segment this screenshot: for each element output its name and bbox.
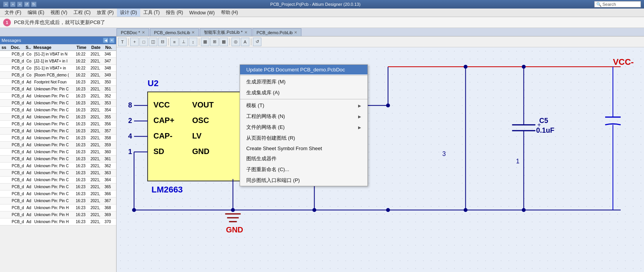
row-time: 16:23 [76, 136, 91, 140]
tab-item[interactable]: 智能车主板.PcbLib *✕ [200, 28, 251, 36]
menu-item[interactable]: 图纸生成器件 [240, 153, 367, 164]
tab-item[interactable]: PCB_demo.PcbLib✕ [252, 28, 302, 36]
row-time: 16:23 [76, 94, 91, 98]
tab-close-icon[interactable]: ✕ [142, 30, 145, 35]
table-row[interactable]: PCB_d Ad Unknown Pin: Pin C 16:23 2021, … [0, 191, 116, 198]
table-row[interactable]: PCB_d Ad Unknown Pin: Pin H 16:23 2021, … [0, 204, 116, 211]
tab-close-icon[interactable]: ✕ [191, 30, 195, 35]
table-row[interactable]: PCB_d Ad Unknown Pin: Pin C 16:23 2021, … [0, 86, 116, 93]
menu-item[interactable]: Update PCB Document PCB_demo.PcbDoc [240, 65, 367, 74]
toolbar-button[interactable]: A [241, 38, 249, 46]
menu-item[interactable]: 生成集成库 (A) [240, 87, 367, 98]
table-row[interactable]: PCB_d Ad Unknown Pin: Pin C 16:23 2021, … [0, 198, 116, 204]
row-class [1, 101, 12, 105]
toolbar-button[interactable]: ◎ [231, 38, 240, 46]
row-class [1, 178, 12, 182]
row-no: 355 [104, 115, 115, 119]
table-row[interactable]: PCB_d Ad Unknown Pin: Pin C 16:23 2021, … [0, 170, 116, 177]
table-row[interactable]: PCB_d Ad Unknown Pin: Pin C 16:23 2021, … [0, 93, 116, 100]
table-row[interactable]: PCB_d Ad Unknown Pin: Pin H 16:23 2021, … [0, 218, 116, 225]
svg-text:VCC-: VCC- [613, 57, 634, 67]
tab-label: 智能车主板.PcbLib * [204, 29, 242, 35]
table-row[interactable]: PCB_d Ad Footprint Not Foun 16:23 2021, … [0, 79, 116, 86]
tab-close-icon[interactable]: ✕ [244, 30, 247, 35]
tab-item[interactable]: PCBDoc *✕ [117, 28, 149, 36]
row-msg: [S1-2] in VBAT in N [34, 52, 76, 56]
table-row[interactable]: PCB_d Co [J2-1] in VBAT+ in I 16:22 2021… [0, 58, 116, 65]
table-row[interactable]: PCB_d Co [S1-1] in VBAT+ in 16:22 2021, … [0, 65, 116, 72]
table-row[interactable]: PCB_d Ad Unknown Pin: Pin C 16:23 2021, … [0, 100, 116, 107]
table-row[interactable]: PCB_d Ad Unknown Pin: Pin C 16:23 2021, … [0, 142, 116, 149]
row-doc: PCB_d [12, 136, 26, 140]
panel-pin-icon[interactable]: ◀ [103, 38, 108, 43]
panel-close-icon[interactable]: ✕ [109, 38, 115, 43]
menubar-item[interactable]: 编辑 (E) [24, 9, 47, 17]
panel-header-icons: ◀ ✕ [103, 38, 115, 43]
toolbar-button[interactable]: ⊥ [179, 38, 188, 46]
toolbar-button[interactable]: ↺ [253, 38, 261, 46]
row-s: Ad [26, 213, 34, 217]
table-row[interactable]: PCB_d Co [Room PCB_demo ( 16:22 2021, 34… [0, 72, 116, 79]
menubar-item[interactable]: 报告 (R) [163, 9, 186, 17]
menu-item[interactable]: 模板 (T) [240, 100, 367, 111]
svg-text:OSC: OSC [192, 116, 209, 125]
col-no: No. [105, 45, 116, 50]
menu-item[interactable]: 子图重新命名 (C)... [240, 164, 367, 175]
menubar-item[interactable]: 工程 (C) [70, 9, 94, 17]
menubar-item[interactable]: 帮助 (H) [218, 9, 241, 17]
table-row[interactable]: PCB_d Ad Unknown Pin: Pin C 16:23 2021, … [0, 184, 116, 191]
toolbar-button[interactable]: ↕ [189, 38, 197, 46]
row-time: 16:22 [76, 59, 91, 63]
table-row[interactable]: PCB_d Ad Unknown Pin: Pin C 16:23 2021, … [0, 135, 116, 142]
row-class [1, 199, 12, 203]
menubar-item[interactable]: 设计 (D) [117, 9, 140, 17]
titlebar: ▪ ▪ ▪ ↺ ↻ PCB_Project.PrjPcb - Altium De… [0, 0, 644, 9]
row-doc: PCB_d [12, 115, 26, 119]
toolbar-button[interactable]: T [118, 38, 127, 46]
titlebar-icon-1: ▪ [3, 2, 9, 7]
menubar-item[interactable]: Window (W) [186, 9, 218, 16]
table-row[interactable]: PCB_d Ad Unknown Pin: Pin C 16:23 2021, … [0, 163, 116, 170]
row-date: 2021, [91, 129, 104, 133]
toolbar-button[interactable]: ⊞ [210, 38, 219, 46]
tab-item[interactable]: PCB_demo.SchLib✕ [150, 28, 199, 36]
row-s: Ad [26, 122, 34, 126]
toolbar-button[interactable]: ＋ [130, 38, 139, 46]
table-row[interactable]: PCB_d Ad Unknown Pin: Pin C 16:23 2021, … [0, 156, 116, 163]
table-row[interactable]: PCB_d Ad Unknown Pin: Pin C 16:23 2021, … [0, 177, 116, 184]
menu-item[interactable]: 从页面符创建图纸 (R) [240, 133, 367, 144]
menubar-item[interactable]: 视图 (V) [47, 9, 70, 17]
row-class [1, 157, 12, 161]
toolbar-button[interactable]: ◫ [149, 38, 157, 46]
main-layout: Messages ◀ ✕ ss Doc. S.. Message Time Da… [0, 36, 644, 272]
svg-point-29 [386, 104, 390, 107]
table-row[interactable]: PCB_d Ad Unknown Pin: Pin C 16:23 2021, … [0, 114, 116, 121]
titlebar-search[interactable]: 🔍 Search [594, 1, 641, 7]
menubar-item[interactable]: 文件 (F) [2, 9, 24, 17]
menu-item[interactable]: 同步图纸入口和端口 (P) [240, 175, 367, 186]
toolbar-button[interactable]: □ [139, 38, 148, 46]
table-row[interactable]: PCB_d Ad Unknown Pin: Pin C 16:23 2021, … [0, 121, 116, 128]
table-row[interactable]: PCB_d Ad Unknown Pin: Pin C 16:23 2021, … [0, 149, 116, 156]
titlebar-icons: ▪ ▪ ▪ ↺ ↻ [3, 2, 37, 7]
toolbar-button[interactable]: ≡ [170, 38, 179, 46]
tab-close-icon[interactable]: ✕ [294, 30, 297, 35]
col-date: Date [91, 45, 105, 50]
menu-item[interactable]: Create Sheet Symbol From Sheet [240, 144, 367, 153]
menu-item[interactable]: 文件的网络表 (E) [240, 122, 367, 133]
menubar-item[interactable]: 工具 (T) [140, 9, 163, 17]
menu-item[interactable]: 生成原理图库 (M) [240, 76, 367, 87]
menubar-item[interactable]: 放置 (P) [94, 9, 117, 17]
toolbar-button[interactable]: ⊟ [158, 38, 167, 46]
table-row[interactable]: PCB_d Ad Unknown Pin: Pin C 16:23 2021, … [0, 107, 116, 114]
toolbar-button[interactable]: ▩ [219, 38, 228, 46]
schematic-canvas[interactable]: U2 VCC CAP+ CAP- SD VOUT OSC LV GND 8 2 … [117, 47, 644, 272]
row-s: Ad [26, 101, 34, 105]
table-row[interactable]: PCB_d Ad Unknown Pin: Pin C 16:23 2021, … [0, 128, 116, 135]
row-doc: PCB_d [12, 220, 26, 224]
table-row[interactable]: PCB_d Ad Unknown Pin: Pin H 16:23 2021, … [0, 211, 116, 218]
table-row[interactable]: PCB_d Co [S1-2] in VBAT in N 16:22 2021,… [0, 51, 116, 58]
menu-item[interactable]: 工程的网络表 (N) [240, 111, 367, 122]
toolbar-button[interactable]: ▦ [201, 38, 209, 46]
row-no: 361 [104, 157, 115, 161]
